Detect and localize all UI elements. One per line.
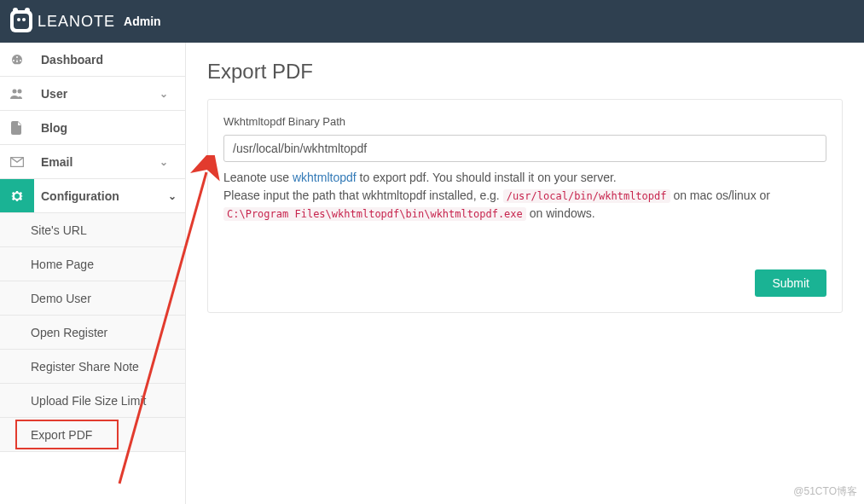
page-title: Export PDF [207, 60, 843, 84]
main-content: Export PDF Wkhtmltopdf Binary Path Leano… [186, 43, 864, 504]
sub-label: Site's URL [31, 223, 87, 237]
dashboard-icon [0, 53, 34, 67]
sidebar: Dashboard User ⌄ Blog Email ⌄ Co [0, 43, 186, 504]
code-sample-windows: C:\Program Files\wkhtmltopdf\bin\wkhtmlt… [223, 207, 526, 221]
brand-name: LEANOTE [38, 13, 115, 31]
leanote-icon [10, 10, 32, 32]
gear-icon [0, 189, 34, 203]
nav-blog[interactable]: Blog [0, 111, 185, 145]
nav-dashboard[interactable]: Dashboard [0, 43, 185, 77]
svg-point-1 [18, 89, 22, 93]
sub-register-share-note[interactable]: Register Share Note [0, 350, 185, 384]
nav-label: Dashboard [34, 53, 185, 67]
code-sample-linux: /usr/local/bin/wkhtmltopdf [503, 189, 670, 203]
brand-sub: Admin [124, 14, 161, 28]
sub-label: Register Share Note [31, 360, 139, 374]
nav-email[interactable]: Email ⌄ [0, 145, 185, 179]
users-icon [0, 87, 34, 101]
sub-home-page[interactable]: Home Page [0, 247, 185, 281]
wkhtmltopdf-link[interactable]: wkhtmltopdf [293, 171, 357, 184]
nav-label: Blog [34, 121, 185, 135]
brand-logo[interactable]: LEANOTE Admin [10, 10, 161, 32]
settings-panel: Wkhtmltopdf Binary Path Leanote use wkht… [207, 99, 843, 313]
top-bar: LEANOTE Admin [0, 0, 864, 43]
nav-user[interactable]: User ⌄ [0, 77, 185, 111]
watermark: @51CTO博客 [793, 484, 857, 499]
chevron-down-icon: ⌄ [159, 156, 185, 168]
sub-upload-file-size-limit[interactable]: Upload File Size Limit [0, 384, 185, 418]
submit-button[interactable]: Submit [755, 269, 826, 297]
envelope-icon [0, 157, 34, 167]
field-label: Wkhtmltopdf Binary Path [223, 115, 826, 128]
binary-path-input[interactable] [223, 135, 826, 162]
sub-export-pdf[interactable]: Export PDF [0, 418, 185, 452]
help-text: Leanote use wkhtmltopdf to export pdf. Y… [223, 169, 826, 223]
sub-label: Demo User [31, 292, 91, 305]
nav-configuration[interactable]: Configuration ⌄ [0, 179, 185, 213]
nav-label: Configuration [34, 179, 159, 212]
sub-label: Export PDF [31, 428, 92, 442]
chevron-down-icon: ⌄ [159, 88, 185, 100]
sub-label: Home Page [31, 258, 94, 271]
sub-demo-user[interactable]: Demo User [0, 281, 185, 316]
nav-label: User [34, 87, 159, 101]
svg-point-0 [13, 89, 17, 93]
sub-label: Upload File Size Limit [31, 394, 146, 408]
sub-label: Open Register [31, 326, 107, 339]
nav-label: Email [34, 155, 159, 169]
sub-sites-url[interactable]: Site's URL [0, 213, 185, 247]
file-icon [0, 121, 34, 135]
chevron-down-icon: ⌄ [159, 179, 185, 212]
sub-open-register[interactable]: Open Register [0, 316, 185, 350]
